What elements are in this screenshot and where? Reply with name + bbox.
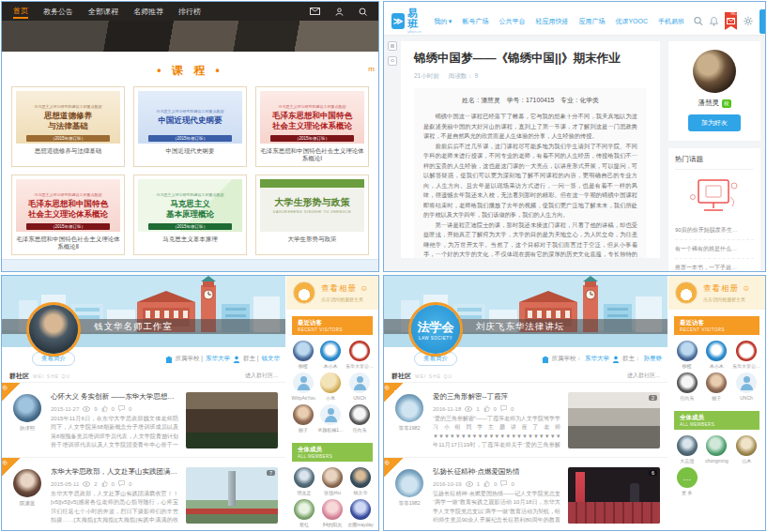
group-avatar[interactable] [26, 302, 81, 357]
visitor[interactable]: WittyAsYou [291, 372, 315, 401]
visitor[interactable]: 东华大学公… [732, 341, 760, 369]
menu-account-plaza[interactable]: 帐号广场 [462, 17, 488, 26]
member[interactable]: 84的阳光 [319, 499, 345, 527]
nav-all-courses[interactable]: 全部课程 [88, 7, 118, 17]
group-avatar[interactable]: 法学会 LAW SOCIETY [408, 302, 463, 357]
course-caption[interactable]: 思想道德修养与法律基础 [16, 147, 120, 163]
visitor[interactable]: 丽子 [291, 404, 315, 433]
post-author[interactable]: 等等1982 [393, 425, 425, 432]
course-caption[interactable]: 中国近现代史纲要 [138, 147, 242, 163]
visitor[interactable]: UNCh [732, 372, 760, 401]
post-title[interactable]: 爱的三角形解密--丁霞萍 [433, 392, 560, 402]
member[interactable]: 明兆足 [291, 467, 317, 495]
course-card[interactable]: ·马克思主义理论研究和建设工程重点教材· 中国近现代史纲要 （2015年修订版）… [133, 86, 247, 167]
thumb-up-icon[interactable] [101, 405, 108, 412]
course-caption[interactable]: 毛泽东思想和中国特色社会主义理论体系概论Ⅰ [260, 147, 364, 163]
school-link[interactable]: 东华大学 [585, 355, 609, 363]
visitor[interactable]: 木小木 [317, 341, 344, 369]
course-card[interactable]: ·马克思主义理论研究和建设工程重点教材· 马克思主义 基本原理概论 （2015年… [133, 175, 247, 255]
member-more[interactable]: …更 多 [673, 467, 701, 495]
visitor[interactable]: 卓越机械1… [317, 404, 344, 433]
enter-community-link[interactable]: 进入群社区... [627, 372, 660, 380]
nav-home[interactable]: 首页 [13, 4, 28, 19]
messages-ribbon[interactable]: 99+ [725, 12, 738, 30]
nav-announcements[interactable]: 教务公告 [43, 7, 73, 17]
member[interactable]: 钱文华 [347, 467, 374, 495]
mail-icon[interactable] [310, 8, 320, 15]
publish-button[interactable]: ✎ 发布 [759, 9, 766, 34]
post-item[interactable]: 荐 等等1982 弘扬长征精神·点燃爱国热情 2016-10-19 1 0 0 [384, 458, 667, 531]
visitor[interactable]: 小米 [317, 372, 344, 401]
visitor[interactable]: UNCh [345, 372, 374, 401]
nav-ranking[interactable]: 排行榜 [178, 7, 201, 17]
member[interactable]: 大志强 [673, 435, 701, 464]
visitor[interactable]: 东华大学公… [345, 341, 374, 369]
yiban-logo[interactable]: ≫ 易班 yiban.cn [391, 8, 424, 34]
menu-mine[interactable]: 我的 ▾ [434, 17, 452, 26]
menu-mobile[interactable]: 手机易班 [658, 17, 684, 26]
member[interactable]: 金圃mayday [347, 499, 374, 527]
post-author[interactable]: 孙泽熙 [11, 425, 43, 432]
view-album-card[interactable]: 查看相册 ☺ 点击访问相册群主页 [286, 276, 378, 310]
post-thumbnail[interactable]: 2 [568, 392, 660, 448]
bell-icon[interactable] [710, 16, 718, 26]
post-title[interactable]: 心怀大义 务实创新 ——东华大学思想政治理论实践教育活动 [51, 392, 178, 402]
course-caption[interactable]: 大学生形势与政策 [260, 236, 364, 251]
avatar[interactable] [693, 50, 736, 93]
author-name[interactable]: 潘慧灵 [698, 99, 720, 108]
post-title[interactable]: 弘扬长征精神·点燃爱国热情 [433, 467, 560, 477]
user-icon[interactable] [335, 8, 344, 16]
member[interactable]: 张强zhu [319, 467, 345, 495]
post-author[interactable]: 陈潇蓝 [11, 500, 43, 507]
comment-icon[interactable] [500, 405, 507, 412]
add-friend-button[interactable]: 加为好友 [688, 114, 741, 131]
thumb-up-icon[interactable] [483, 405, 490, 412]
nav-teachers[interactable]: 名师推荐 [133, 7, 163, 17]
menu-app-plaza[interactable]: 应用广场 [578, 17, 605, 26]
search-icon[interactable] [359, 8, 367, 16]
post-thumbnail[interactable]: 6 [568, 467, 660, 524]
visitor[interactable]: 任向东 [673, 372, 701, 401]
owner-link[interactable]: 孙昱铮 [644, 355, 663, 363]
post-item[interactable]: 荐 孙泽熙 心怀大义 务实创新 ——东华大学思想政治理论实践教育活动 2015-… [2, 383, 285, 458]
school-link[interactable]: 东华大学 [206, 355, 230, 363]
visitor[interactable]: 丽子 [703, 372, 731, 401]
course-caption[interactable]: 毛泽东思想和中国特色社会主义理论体系概论Ⅱ [16, 236, 120, 251]
post-thumbnail[interactable]: 7 [186, 467, 278, 524]
hot-topic-item[interactable]: 90后的你开始脱发养生… [675, 221, 754, 240]
thumb-up-icon[interactable] [483, 480, 490, 487]
member[interactable]: chongming [703, 435, 731, 464]
gear-icon[interactable] [744, 16, 753, 26]
course-card[interactable]: 大学生形势与政策 DAXUESHENG XINGSHI YU ZHENGCE 大… [255, 175, 369, 255]
post-author[interactable]: 等等1982 [393, 500, 425, 507]
menu-public-platform[interactable]: 公共平台 [499, 17, 525, 26]
visitor[interactable]: 柳橙 [291, 341, 315, 369]
course-card[interactable]: ·马克思主义理论研究和建设工程重点教材· 思想道德修养 与法律基础 （2015年… [11, 86, 125, 167]
course-caption[interactable]: 马克思主义基本原理 [138, 236, 242, 251]
post-thumbnail[interactable] [186, 392, 278, 448]
post-title[interactable]: 东华大学思政部，人文赴茅山实践团满载而归要收官！！ [51, 467, 178, 477]
thumb-up-icon[interactable] [101, 480, 108, 487]
more-link[interactable]: m [368, 65, 375, 73]
comment-icon[interactable] [118, 480, 125, 487]
visitor[interactable]: 木小木 [703, 341, 731, 369]
post-item[interactable]: 荐 等等1982 爱的三角形解密--丁霞萍 2016-11-18 1 0 0 [384, 383, 667, 458]
course-card[interactable]: ·马克思主义理论研究和建设工程重点教材· 毛泽东思想和中国特色 社会主义理论体系… [11, 175, 125, 255]
view-album-card[interactable]: 查看相册 ☺ 点击访问相册群主页 [668, 276, 765, 310]
comment-icon[interactable] [118, 405, 125, 412]
post-item[interactable]: 荐 陈潇蓝 东华大学思政部，人文赴茅山实践团满载而归要收官！！ 2015-05-… [2, 458, 285, 531]
comment-icon[interactable] [500, 480, 507, 487]
grid-icon[interactable] [388, 41, 397, 51]
hot-topic-item[interactable]: 推荐一本书，一下子就… [675, 259, 754, 272]
menu-yooc[interactable]: 优课YOOC [615, 17, 648, 26]
hot-topic-item[interactable]: 有一个稀有的姓是什么… [675, 240, 754, 259]
chat-icon[interactable] [388, 56, 397, 66]
search-icon[interactable] [694, 16, 703, 26]
owner-link[interactable]: 钱文华 [262, 355, 281, 363]
member[interactable]: 山木 [732, 435, 760, 464]
menu-lightapp[interactable]: 轻应用快搭 [535, 17, 568, 26]
member[interactable]: 蔡红 [291, 499, 317, 527]
visitor[interactable]: 任向东 [345, 404, 374, 433]
visitor[interactable]: 柳橙 [673, 341, 701, 369]
course-card[interactable]: ·马克思主义理论研究和建设工程重点教材· 毛泽东思想和中国特色 社会主义理论体系… [255, 86, 369, 167]
